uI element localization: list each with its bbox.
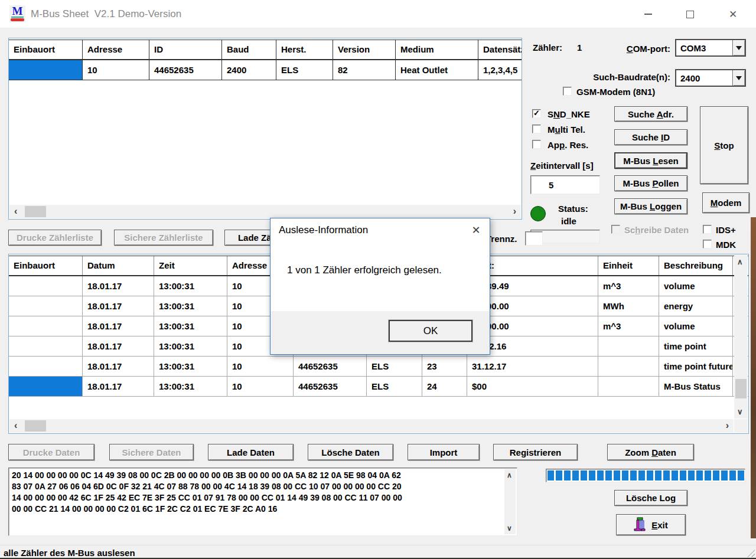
modem-button[interactable]: Modem xyxy=(702,192,750,213)
scroll-right-icon[interactable]: › xyxy=(513,207,516,216)
cell[interactable]: 23 xyxy=(422,357,467,376)
cell-einbauort-selected[interactable] xyxy=(9,60,83,80)
ids-plus-checkbox[interactable] xyxy=(703,225,712,234)
cell[interactable]: 10 xyxy=(227,377,294,396)
cell[interactable] xyxy=(9,276,83,296)
lade-daten-button[interactable]: Lade Daten xyxy=(208,444,294,460)
cell[interactable]: 13:00:31 xyxy=(154,276,227,296)
cell[interactable]: 44652635 xyxy=(294,377,367,396)
scrollbar-thumb[interactable] xyxy=(735,379,747,398)
scrollbar-thumb[interactable] xyxy=(25,206,46,217)
cell-version[interactable]: 82 xyxy=(333,60,396,80)
mdk-checkbox[interactable] xyxy=(703,240,712,249)
cell[interactable]: time point future xyxy=(659,357,733,376)
cell-selected[interactable] xyxy=(9,377,83,396)
zeitintervall-input[interactable]: 5 xyxy=(530,175,600,194)
scroll-up-icon[interactable]: ∧ xyxy=(737,258,743,266)
cell-datensaetze[interactable]: 1,2,3,4,5 xyxy=(478,60,522,80)
cell[interactable]: 18.01.17 xyxy=(83,336,154,356)
cell[interactable]: volume xyxy=(659,276,733,296)
scroll-down-icon[interactable]: ∨ xyxy=(507,525,512,532)
snd-nke-checkbox[interactable]: ✓ xyxy=(532,109,541,118)
suche-id-button[interactable]: Suche ID xyxy=(614,129,687,145)
cell[interactable]: time point xyxy=(659,336,733,356)
loesche-log-button[interactable]: Lösche Log xyxy=(614,490,687,506)
cell[interactable]: MWh xyxy=(598,296,659,316)
cell[interactable]: 13:00:31 xyxy=(154,357,227,376)
vertical-scrollbar[interactable]: ∧ ∨ xyxy=(734,255,748,419)
cell[interactable]: ELS xyxy=(367,377,422,396)
cell[interactable] xyxy=(598,357,659,376)
cell[interactable]: 13:00:31 xyxy=(154,336,227,356)
hex-log[interactable]: 20 14 00 00 00 00 0C 14 49 39 08 00 0C 2… xyxy=(8,468,517,536)
trennzeichen-input[interactable] xyxy=(525,231,543,246)
multi-tel-checkbox[interactable] xyxy=(532,125,541,133)
cell[interactable]: 18.01.17 xyxy=(83,276,154,296)
table-row[interactable]: 10 44652635 2400 ELS 82 Heat Outlet 1,2,… xyxy=(9,60,522,80)
dialog-titlebar[interactable]: Auslese-Information ✕ xyxy=(271,218,490,242)
gsm-modem-checkbox[interactable] xyxy=(563,87,572,96)
cell[interactable]: 18.01.17 xyxy=(83,296,154,316)
exit-button[interactable]: Exit xyxy=(616,514,686,535)
scrollbar-thumb[interactable] xyxy=(25,420,46,431)
table-row[interactable]: 18.01.17 13:00:31 10 44652635 ELS 23 31.… xyxy=(9,357,748,377)
cell[interactable] xyxy=(9,316,83,336)
cell[interactable]: m^3 xyxy=(598,276,659,296)
cell-medium[interactable]: Heat Outlet xyxy=(396,60,478,80)
app-res-checkbox[interactable] xyxy=(532,140,541,149)
cell[interactable]: 18.01.17 xyxy=(83,377,154,396)
mbus-pollen-button[interactable]: M-Bus Pollen xyxy=(614,175,687,191)
cell[interactable] xyxy=(598,377,659,396)
cell-herst[interactable]: ELS xyxy=(276,60,333,80)
cell[interactable]: energy xyxy=(659,296,733,316)
baudrate-select[interactable]: 2400 xyxy=(675,69,746,87)
cell[interactable] xyxy=(9,336,83,356)
cell-baud[interactable]: 2400 xyxy=(222,60,276,80)
cell[interactable] xyxy=(598,336,659,356)
cell[interactable]: volume xyxy=(659,316,733,336)
scroll-left-icon[interactable]: ‹ xyxy=(14,207,17,216)
stop-button[interactable]: Stop xyxy=(700,106,748,184)
cell[interactable]: 44652635 xyxy=(294,357,367,376)
scroll-left-icon[interactable]: ‹ xyxy=(14,421,17,430)
resize-grip[interactable] xyxy=(747,550,755,557)
cell[interactable]: m^3 xyxy=(598,316,659,336)
import-button[interactable]: Import xyxy=(408,444,480,460)
cell[interactable]: 13:00:31 xyxy=(154,296,227,316)
table-row-selected[interactable]: 18.01.17 13:00:31 10 44652635 ELS 24 $00… xyxy=(9,377,748,397)
horizontal-scrollbar[interactable]: ‹ › xyxy=(9,205,521,218)
com-port-select[interactable]: COM3 xyxy=(675,39,746,57)
cell[interactable]: 24 xyxy=(422,377,467,396)
window-titlebar[interactable]: M M-Bus Sheet V2.1 Demo-Version ✕ xyxy=(0,0,756,28)
cell[interactable]: 18.01.17 xyxy=(83,357,154,376)
ok-button[interactable]: OK xyxy=(389,320,472,342)
mbus-loggen-button[interactable]: M-Bus Loggen xyxy=(614,198,687,214)
cell[interactable] xyxy=(9,357,83,376)
dropdown-button[interactable] xyxy=(732,40,745,55)
cell[interactable]: $00 xyxy=(467,377,598,396)
loesche-daten-button[interactable]: Lösche Daten xyxy=(308,444,393,460)
cell[interactable]: 18.01.17 xyxy=(83,316,154,336)
cell-id[interactable]: 44652635 xyxy=(149,60,222,80)
zoom-daten-button[interactable]: Zoom Daten xyxy=(607,444,694,460)
cell[interactable]: 31.12.17 xyxy=(467,357,598,376)
cell[interactable]: M-Bus Status xyxy=(659,377,733,396)
cell-adresse[interactable]: 10 xyxy=(83,60,149,80)
maximize-button[interactable] xyxy=(677,0,703,28)
mbus-lesen-button[interactable]: M-Bus Lesen xyxy=(614,152,687,169)
cell[interactable] xyxy=(9,296,83,316)
cell[interactable]: ELS xyxy=(367,357,422,376)
cell[interactable]: 13:00:31 xyxy=(154,377,227,396)
cell[interactable]: 13:00:31 xyxy=(154,316,227,336)
horizontal-scrollbar[interactable]: ‹ › xyxy=(9,419,734,433)
close-button[interactable]: ✕ xyxy=(720,0,746,28)
registrieren-button[interactable]: Registrieren xyxy=(493,444,578,460)
dialog-close-button[interactable]: ✕ xyxy=(462,218,490,242)
scroll-right-icon[interactable]: › xyxy=(726,421,729,430)
dropdown-button[interactable] xyxy=(732,70,745,86)
minimize-button[interactable] xyxy=(635,0,661,28)
scroll-up-icon[interactable]: ∧ xyxy=(507,472,512,479)
scroll-down-icon[interactable]: ∨ xyxy=(737,408,743,416)
suche-adr-button[interactable]: Suche Adr. xyxy=(614,106,687,122)
cell[interactable]: 10 xyxy=(227,357,294,376)
